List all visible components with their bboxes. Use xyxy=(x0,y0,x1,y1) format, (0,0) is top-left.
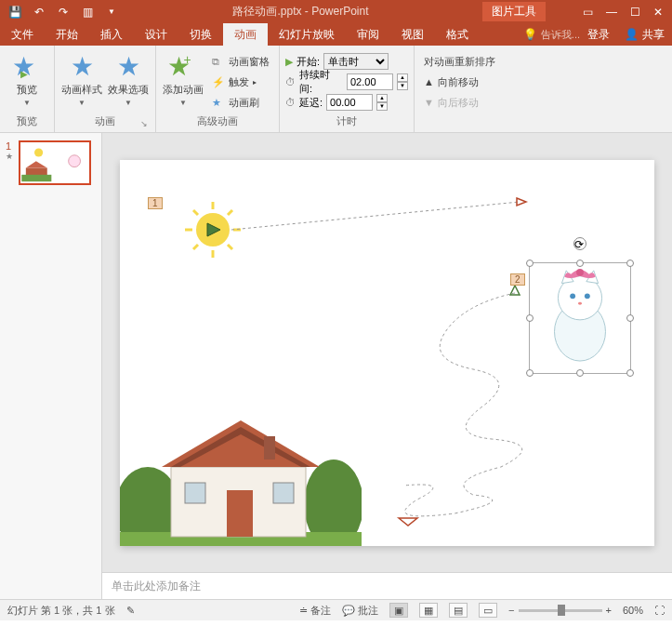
clock-icon: ⏱ xyxy=(285,97,296,108)
svg-point-0 xyxy=(34,148,43,156)
trigger-icon: ⚡ xyxy=(212,76,225,88)
document-title: 路径动画.pptx - PowerPoint xyxy=(119,4,482,20)
svg-point-4 xyxy=(69,155,81,167)
preview-button[interactable]: ★▶ 预览 ▼ xyxy=(6,51,48,107)
pane-icon: ⧉ xyxy=(212,56,225,68)
tab-format[interactable]: 格式 xyxy=(435,23,480,47)
ribbon-tabs: 文件 开始 插入 设计 切换 动画 幻灯片放映 审阅 视图 格式 💡 告诉我..… xyxy=(0,23,672,46)
svg-rect-36 xyxy=(264,436,275,460)
svg-point-21 xyxy=(570,293,575,299)
ribbon: ★▶ 预览 ▼ 预览 ★ 动画样式 ▼ ★ 效果选项 ▼ 动画↘ ★+ xyxy=(0,46,672,133)
fit-to-window-icon[interactable]: ⛶ xyxy=(654,605,665,616)
zoom-percent[interactable]: 60% xyxy=(623,605,643,616)
rotate-handle[interactable]: ⟳ xyxy=(573,237,586,250)
animation-painter-label: 动画刷 xyxy=(229,96,259,110)
effect-options-button[interactable]: ★ 效果选项 ▼ xyxy=(107,51,150,107)
maximize-icon[interactable]: ☐ xyxy=(630,6,640,19)
spinner-up-icon[interactable]: ▲ xyxy=(397,73,408,82)
sun-shape[interactable] xyxy=(180,193,534,258)
titlebar: 💾 ↶ ↷ ▥ ▼ 路径动画.pptx - PowerPoint 图片工具 ▭ … xyxy=(0,0,672,23)
tellme-icon: 💡 xyxy=(523,28,541,41)
notes-toggle[interactable]: ≐ 备注 xyxy=(299,604,331,618)
qat-customize-icon[interactable]: ▼ xyxy=(104,5,119,20)
login-button[interactable]: 登录 xyxy=(580,23,617,47)
handle-n[interactable] xyxy=(576,260,584,267)
start-from-beginning-icon[interactable]: ▥ xyxy=(80,5,95,20)
reading-view-button[interactable]: ▤ xyxy=(449,603,468,618)
reorder-heading: 对动画重新排序 xyxy=(420,51,499,72)
group-advanced-animation: ★+ 添加动画 ▼ ⧉ 动画窗格 ⚡ 触发 ▸ ★ 动画刷 xyxy=(156,46,280,132)
svg-line-13 xyxy=(228,210,232,215)
svg-line-10 xyxy=(193,210,198,215)
thumbnail-number: 1 xyxy=(6,140,15,152)
zoom-slider[interactable]: − + xyxy=(508,605,612,616)
animation-pane-button[interactable]: ⧉ 动画窗格 xyxy=(208,51,273,72)
comments-toggle[interactable]: 💬 批注 xyxy=(342,604,378,618)
dialog-launcher-icon[interactable]: ↘ xyxy=(140,119,148,128)
zoom-out-icon[interactable]: − xyxy=(508,605,514,616)
tab-slideshow[interactable]: 幻灯片放映 xyxy=(268,23,346,47)
add-animation-button[interactable]: ★+ 添加动画 ▼ xyxy=(162,51,204,107)
thumbnail-slot[interactable]: 1 ★ xyxy=(6,140,96,185)
tab-animations[interactable]: 动画 xyxy=(223,23,268,47)
svg-line-11 xyxy=(228,245,232,249)
play-icon: ▶ xyxy=(285,56,293,68)
svg-point-24 xyxy=(576,268,584,275)
zoom-in-icon[interactable]: + xyxy=(606,605,612,616)
animation-style-button[interactable]: ★ 动画样式 ▼ xyxy=(60,51,103,107)
trigger-label: 触发 xyxy=(229,75,249,89)
slide-canvas[interactable]: 1 2 xyxy=(102,133,672,572)
notes-pane[interactable]: 单击此处添加备注 xyxy=(102,572,672,599)
thumbnail-panel: 1 ★ xyxy=(0,133,102,599)
tab-file[interactable]: 文件 xyxy=(0,23,45,47)
handle-se[interactable] xyxy=(626,369,634,377)
normal-view-button[interactable]: ▣ xyxy=(389,603,408,618)
chevron-down-icon: ▼ xyxy=(125,99,132,107)
animation-tag-1[interactable]: 1 xyxy=(148,197,163,209)
redo-icon[interactable]: ↷ xyxy=(56,5,71,20)
handle-s[interactable] xyxy=(576,369,584,377)
picture-tools-tab[interactable]: 图片工具 xyxy=(482,2,546,21)
move-later-button: ▼ 向后移动 xyxy=(420,92,482,113)
spinner-up-icon[interactable]: ▲ xyxy=(376,94,388,102)
duration-input[interactable] xyxy=(347,73,393,90)
slide[interactable]: 1 2 xyxy=(120,160,654,546)
tab-transitions[interactable]: 切换 xyxy=(178,23,223,47)
chevron-down-icon: ▼ xyxy=(179,99,187,107)
slide-counter[interactable]: 幻灯片 第 1 张，共 1 张 xyxy=(7,604,115,618)
delay-input[interactable] xyxy=(326,94,373,111)
trigger-button[interactable]: ⚡ 触发 ▸ xyxy=(208,72,273,92)
tab-review[interactable]: 审阅 xyxy=(346,23,390,47)
tell-me-input[interactable]: 告诉我... xyxy=(541,28,580,42)
tab-insert[interactable]: 插入 xyxy=(89,23,134,47)
handle-nw[interactable] xyxy=(526,260,534,267)
save-icon[interactable]: 💾 xyxy=(7,5,22,20)
undo-icon[interactable]: ↶ xyxy=(32,5,46,20)
animation-tag-2[interactable]: 2 xyxy=(510,273,525,286)
tab-view[interactable]: 视图 xyxy=(390,23,435,47)
svg-line-15 xyxy=(231,202,520,230)
tab-home[interactable]: 开始 xyxy=(45,23,89,47)
workspace: 1 ★ 1 xyxy=(0,133,672,599)
handle-e[interactable] xyxy=(626,314,634,322)
ribbon-options-icon[interactable]: ▭ xyxy=(583,6,593,19)
spellcheck-icon[interactable]: ✎ xyxy=(126,605,135,617)
house-image[interactable] xyxy=(120,397,362,546)
slideshow-view-button[interactable]: ▭ xyxy=(479,603,497,618)
minimize-icon[interactable]: — xyxy=(606,6,617,19)
spinner-down-icon[interactable]: ▼ xyxy=(397,82,408,90)
svg-rect-35 xyxy=(273,483,294,503)
preview-label: 预览 xyxy=(17,83,37,97)
share-button[interactable]: 👤 共享 xyxy=(617,27,672,43)
move-earlier-button[interactable]: ▲ 向前移动 xyxy=(420,72,482,92)
handle-ne[interactable] xyxy=(626,260,634,267)
sorter-view-button[interactable]: ▦ xyxy=(419,603,438,618)
motion-path-scribble[interactable] xyxy=(352,286,566,532)
thumbnail-1[interactable] xyxy=(19,140,91,185)
animation-indicator-icon: ★ xyxy=(6,152,15,161)
spinner-down-icon[interactable]: ▼ xyxy=(376,102,388,111)
zoom-thumb[interactable] xyxy=(558,605,565,616)
tab-design[interactable]: 设计 xyxy=(134,23,178,47)
animation-painter-button[interactable]: ★ 动画刷 xyxy=(208,92,273,113)
close-icon[interactable]: ✕ xyxy=(653,6,663,19)
